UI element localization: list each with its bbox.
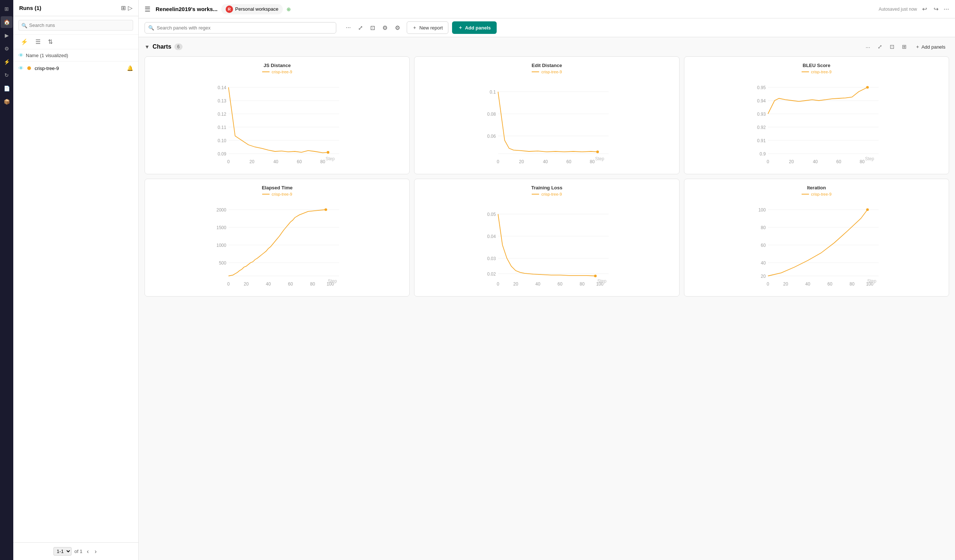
section-add-panels-button[interactable]: ＋ Add panels [911, 42, 949, 52]
chart-legend-training-loss: crisp-tree-9 [420, 192, 673, 197]
legend-line [802, 194, 809, 195]
sidebar-search: 🔍 [13, 16, 138, 34]
expand-icon[interactable]: ▷ [128, 5, 132, 11]
sidebar-item-automate[interactable]: ⚡ [1, 56, 13, 68]
sidebar-title: Runs (1) [19, 5, 41, 11]
svg-text:40: 40 [813, 159, 818, 164]
more-options-icon[interactable]: ··· [944, 5, 949, 13]
svg-text:0.11: 0.11 [218, 125, 226, 130]
chart-svg-elapsed-time: 2000 1500 1000 500 0 20 40 60 80 100 Ste… [151, 201, 403, 289]
sidebar-item-runs[interactable]: ▶ [1, 30, 13, 41]
sidebar-item-artifacts[interactable]: 📦 [1, 96, 13, 108]
settings-button[interactable]: ⚙ [379, 22, 390, 34]
table-view-icon[interactable]: ⊞ [121, 5, 126, 11]
bell-icon[interactable]: 🔔 [127, 65, 133, 71]
section-more-button[interactable]: ··· [863, 42, 873, 52]
smoothing-button[interactable]: ⤢ [355, 22, 366, 34]
svg-text:0: 0 [497, 281, 499, 287]
sidebar-header: Runs (1) ⊞ ▷ [13, 0, 138, 16]
legend-label: crisp-tree-9 [811, 70, 832, 74]
panel-toolbar: 🔍 ··· ⤢ ⊡ ⚙ ⚙ ＋ New report ＋ Add panels [139, 19, 955, 37]
chart-title-edit-distance: Edit Distance [420, 62, 673, 68]
svg-text:Step: Step [597, 279, 607, 284]
run-color-dot [27, 66, 31, 70]
svg-text:0.94: 0.94 [757, 98, 766, 103]
svg-text:80: 80 [321, 159, 326, 164]
svg-text:80: 80 [310, 281, 315, 287]
search-panels-input[interactable] [144, 22, 336, 34]
legend-line [532, 194, 539, 195]
svg-text:80: 80 [860, 159, 865, 164]
svg-text:40: 40 [805, 281, 811, 287]
svg-text:40: 40 [761, 261, 766, 266]
chart-edit-distance: Edit Distance crisp-tree-9 0.1 0.08 [414, 56, 679, 174]
eye-icon[interactable]: 👁 [19, 52, 23, 58]
svg-text:60: 60 [836, 159, 841, 164]
pagination-select[interactable]: 1-1 [53, 547, 72, 555]
svg-text:0: 0 [497, 159, 499, 164]
collapse-button[interactable]: ▼ [144, 44, 150, 50]
topbar-actions: ↩ ↪ ··· [921, 4, 949, 14]
legend-line [262, 72, 269, 72]
chart-bleu-score: BLEU Score crisp-tree-9 0 [684, 56, 949, 174]
svg-text:Step: Step [595, 156, 604, 161]
redo-button[interactable]: ↪ [932, 4, 940, 14]
svg-text:20: 20 [761, 274, 766, 279]
outliers-button[interactable]: ⊡ [367, 22, 378, 34]
chart-title-iteration: Iteration [690, 185, 943, 190]
chart-area-elapsed-time: 2000 1500 1000 500 0 20 40 60 80 100 Ste… [151, 201, 403, 289]
svg-text:0.10: 0.10 [218, 138, 226, 144]
pagination-prev[interactable]: ‹ [86, 548, 90, 555]
chart-svg-bleu-score: 0.95 0.94 0.93 0.92 0.91 0.9 0 20 40 60 … [690, 78, 943, 167]
chart-area-training-loss: 0.05 0.04 0.03 0.02 0 20 40 60 80 100 St… [420, 201, 673, 289]
section-link-button[interactable]: ⤢ [875, 42, 885, 52]
svg-text:0.02: 0.02 [487, 271, 496, 277]
svg-text:0.04: 0.04 [487, 234, 496, 239]
chart-title-training-loss: Training Loss [420, 185, 673, 190]
sort-button[interactable]: ⇅ [46, 37, 55, 47]
svg-text:60: 60 [827, 281, 833, 287]
run-item[interactable]: 👁 crisp-tree-9 🔔 [13, 61, 138, 75]
svg-text:500: 500 [219, 261, 226, 266]
sidebar-item-jobs[interactable]: ⚙ [1, 43, 13, 55]
sidebar-item-reports[interactable]: 📄 [1, 83, 13, 94]
share-icon[interactable]: ⊕ [286, 6, 291, 12]
sidebar-item-sweeps[interactable]: ↻ [1, 69, 13, 81]
chart-svg-training-loss: 0.05 0.04 0.03 0.02 0 20 40 60 80 100 St… [420, 201, 673, 289]
chart-legend-bleu-score: crisp-tree-9 [690, 70, 943, 74]
more-options-button[interactable]: ··· [343, 22, 354, 34]
svg-text:0.08: 0.08 [487, 112, 496, 117]
chart-legend-elapsed-time: crisp-tree-9 [151, 192, 403, 197]
run-eye-icon[interactable]: 👁 [19, 65, 23, 71]
columns-button[interactable]: ☰ [33, 37, 43, 47]
svg-point-68 [324, 208, 327, 211]
svg-text:60: 60 [297, 159, 302, 164]
sidebar-item-workspace[interactable]: 🏠 [1, 16, 13, 28]
chart-area-bleu-score: 0.95 0.94 0.93 0.92 0.91 0.9 0 20 40 60 … [690, 78, 943, 167]
svg-text:20: 20 [244, 281, 249, 287]
section-move-button[interactable]: ⊡ [887, 42, 897, 52]
new-report-button[interactable]: ＋ New report [407, 21, 448, 34]
new-report-label: New report [419, 25, 443, 31]
svg-text:20: 20 [519, 159, 524, 164]
section-layout-button[interactable]: ⊞ [899, 42, 909, 52]
workspace-badge[interactable]: R Personal workspace [221, 4, 283, 14]
filter-button[interactable]: ⚡ [19, 37, 30, 47]
svg-text:0.12: 0.12 [218, 112, 226, 117]
icon-bar: ⊞ 🏠 ▶ ⚙ ⚡ ↻ 📄 📦 [0, 0, 13, 560]
sidebar-footer: 1-1 of 1 ‹ › [13, 542, 138, 560]
plot-settings-button[interactable]: ⚙ [392, 22, 403, 34]
search-runs-input[interactable] [19, 20, 133, 31]
sidebar-item-overview[interactable]: ⊞ [1, 3, 13, 15]
panel-search-icon: 🔍 [148, 25, 154, 31]
pagination-next[interactable]: › [93, 548, 98, 555]
hamburger-icon[interactable]: ☰ [144, 5, 150, 13]
chart-area-edit-distance: 0.1 0.08 0.06 0 20 40 60 80 Step [420, 78, 673, 167]
section-header-right: ··· ⤢ ⊡ ⊞ ＋ Add panels [863, 42, 949, 52]
add-panels-button[interactable]: ＋ Add panels [452, 21, 497, 34]
svg-text:60: 60 [557, 281, 563, 287]
svg-text:1500: 1500 [216, 225, 226, 230]
undo-button[interactable]: ↩ [921, 4, 928, 14]
svg-text:1000: 1000 [216, 243, 226, 248]
add-panels-plus-icon: ＋ [458, 24, 463, 31]
